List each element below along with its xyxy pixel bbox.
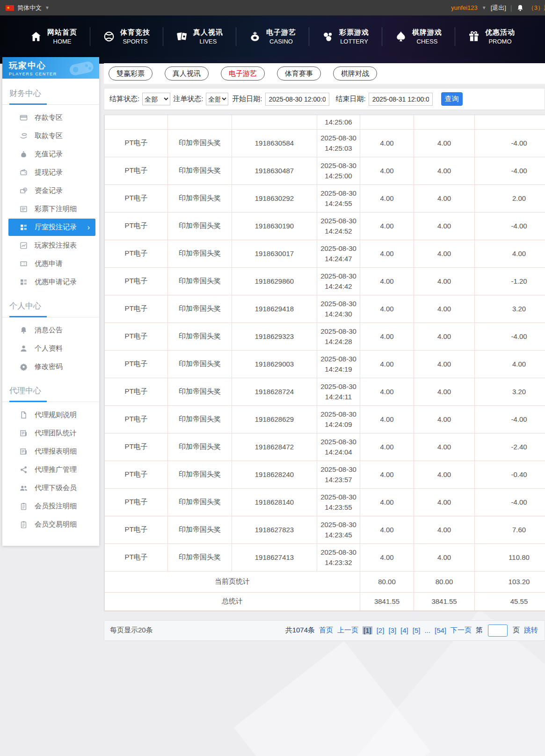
notification-count[interactable]: （3）新 bbox=[528, 4, 545, 12]
cell-platform: PT电子 bbox=[105, 323, 168, 350]
cell-platform: PT电子 bbox=[105, 488, 168, 516]
sidebar-item[interactable]: 代理规则说明 bbox=[2, 406, 99, 424]
cell-order-no: 1918628629 bbox=[232, 405, 317, 433]
sidebar-item[interactable]: 修改密码 bbox=[2, 358, 99, 376]
nav-item-sports[interactable]: 体育竞技SPORTS bbox=[103, 28, 150, 45]
tab-pill[interactable]: 体育赛事 bbox=[277, 66, 321, 81]
first-page-link[interactable]: 首页 bbox=[319, 626, 333, 635]
page-link[interactable]: [5] bbox=[413, 626, 421, 634]
nav-item-casino[interactable]: 电子游艺CASINO bbox=[249, 28, 296, 45]
nav-item-promo[interactable]: 优惠活动PROMO bbox=[468, 28, 515, 45]
cell-order-no: 1918630487 bbox=[232, 157, 317, 184]
jump-button[interactable]: 跳转 bbox=[524, 626, 538, 635]
cell-profit: -4.00 bbox=[475, 129, 545, 157]
sidebar-item[interactable]: 充值记录 bbox=[2, 145, 99, 163]
sidebar-item[interactable]: 提现记录 bbox=[2, 163, 99, 182]
sidebar-item[interactable]: 代理团队统计 bbox=[2, 424, 99, 442]
tab-pill[interactable]: 雙赢彩票 bbox=[109, 66, 153, 81]
username[interactable]: yunfei123 bbox=[451, 4, 477, 11]
wallet-icon bbox=[20, 169, 28, 176]
sidebar-item-label: 资金记录 bbox=[35, 186, 63, 195]
nav-item-home[interactable]: 网站首页HOME bbox=[30, 28, 77, 45]
total-stats-row: 总统计3841.553841.5545.55 bbox=[105, 592, 545, 610]
order-status-select[interactable]: 全部 bbox=[206, 93, 228, 105]
nav-label-zh: 棋牌游戏 bbox=[412, 28, 442, 37]
logout-button[interactable]: [退出] bbox=[491, 4, 506, 12]
language-selector[interactable]: 简体中文 bbox=[17, 4, 42, 12]
next-page-link[interactable]: 下一页 bbox=[451, 626, 472, 635]
sidebar-item[interactable]: 取款专区 bbox=[2, 127, 99, 145]
cell-profit: -4.00 bbox=[475, 488, 545, 516]
cell-profit: -4.00 bbox=[475, 157, 545, 184]
top-utility-bar: ★ 简体中文 ▼ yunfei123 ▼ [退出] | （3）新 bbox=[0, 0, 545, 15]
sidebar-item[interactable]: 资金记录 bbox=[2, 182, 99, 200]
cell-valid-bet: 4.00 bbox=[414, 378, 475, 405]
tab-pill[interactable]: 电子游艺 bbox=[221, 66, 265, 81]
page-link[interactable]: [2] bbox=[377, 626, 385, 634]
nav-item-lives[interactable]: 真人视讯LIVES bbox=[176, 28, 223, 45]
table-row: PT电子印加帝国头奖19186305842025-08-3014:25:034.… bbox=[105, 129, 545, 157]
cell-bet: 4.00 bbox=[360, 323, 414, 350]
table-row-partial: 14:25:06 bbox=[105, 115, 545, 129]
nav-divider bbox=[236, 27, 236, 46]
cell-bet: 4.00 bbox=[360, 543, 414, 571]
sidebar-item[interactable]: 代理下级会员 bbox=[2, 479, 99, 497]
table-row: PT电子印加帝国头奖19186302922025-08-3014:24:554.… bbox=[105, 184, 545, 212]
chart-icon bbox=[20, 242, 28, 250]
nav-item-lottery[interactable]: 彩票游戏LOTTERY bbox=[322, 28, 369, 45]
sidebar-item-label: 存款专区 bbox=[35, 113, 63, 122]
sidebar-item[interactable]: 会员交易明细 bbox=[2, 515, 99, 534]
page-jump-input[interactable] bbox=[488, 624, 508, 637]
caret-down-icon: ▼ bbox=[45, 5, 50, 10]
prev-page-link[interactable]: 上一页 bbox=[337, 626, 358, 635]
sidebar-item[interactable]: 玩家投注报表 bbox=[2, 236, 99, 255]
total-count: 共1074条 bbox=[285, 626, 315, 635]
cell-empty bbox=[232, 115, 317, 129]
cell-game: 印加帝国头奖 bbox=[168, 433, 232, 461]
list-icon bbox=[20, 205, 28, 213]
cell-platform: PT电子 bbox=[105, 405, 168, 433]
cell-game: 印加帝国头奖 bbox=[168, 184, 232, 212]
cell-profit: 4.00 bbox=[475, 240, 545, 267]
search-button[interactable]: 查询 bbox=[441, 92, 463, 106]
page-link[interactable]: [4] bbox=[400, 626, 408, 634]
cell-bet: 4.00 bbox=[360, 267, 414, 295]
nav-divider bbox=[455, 27, 455, 46]
sidebar-item[interactable]: 代理报表明细 bbox=[2, 442, 99, 461]
cell-valid-bet: 4.00 bbox=[414, 240, 475, 267]
section-underline bbox=[2, 401, 99, 402]
money-bag-icon bbox=[20, 150, 28, 158]
cell-valid-bet: 4.00 bbox=[414, 461, 475, 488]
sidebar-item[interactable]: 代理推广管理 bbox=[2, 461, 99, 479]
nav-label-en: LIVES bbox=[193, 38, 223, 45]
tab-pill[interactable]: 真人视讯 bbox=[165, 66, 209, 81]
sidebar-item[interactable]: 会员投注明细 bbox=[2, 497, 99, 515]
cell-datetime: 2025-08-3014:24:47 bbox=[317, 240, 360, 267]
lottery-balls-icon bbox=[322, 30, 334, 43]
cell-empty bbox=[475, 115, 545, 129]
bell-icon[interactable] bbox=[516, 4, 524, 12]
last-page-link[interactable]: [54] bbox=[435, 626, 446, 634]
start-date-input[interactable] bbox=[265, 93, 329, 106]
nav-item-chess[interactable]: 棋牌游戏CHESS bbox=[395, 28, 442, 45]
end-date-input[interactable] bbox=[369, 93, 433, 106]
sidebar-item[interactable]: 彩票下注明细 bbox=[2, 200, 99, 218]
sidebar-item[interactable]: 厅室投注记录› bbox=[8, 219, 95, 236]
sidebar-item[interactable]: 优惠申请记录 bbox=[2, 273, 99, 291]
sidebar-item[interactable]: 消息公告 bbox=[2, 321, 99, 339]
cell-datetime: 2025-08-3014:23:32 bbox=[317, 543, 360, 571]
tab-pill[interactable]: 棋牌对战 bbox=[333, 66, 377, 81]
cell-order-no: 1918627413 bbox=[232, 543, 317, 571]
page-link[interactable]: [3] bbox=[388, 626, 396, 634]
section-underline bbox=[2, 103, 99, 105]
cell-valid-bet: 4.00 bbox=[414, 295, 475, 323]
cell-game: 印加帝国头奖 bbox=[168, 405, 232, 433]
settle-status-select[interactable]: 全部 bbox=[142, 93, 170, 105]
cell-datetime: 2025-08-3014:23:45 bbox=[317, 516, 360, 543]
sidebar-item[interactable]: 个人资料 bbox=[2, 339, 99, 358]
sidebar-item[interactable]: 存款专区 bbox=[2, 109, 99, 127]
sidebar-item[interactable]: 优惠申请 bbox=[2, 255, 99, 273]
cell-profit: -2.40 bbox=[475, 433, 545, 461]
cell-profit: 110.80 bbox=[475, 543, 545, 571]
cell-datetime: 2025-08-3014:25:00 bbox=[317, 157, 360, 184]
